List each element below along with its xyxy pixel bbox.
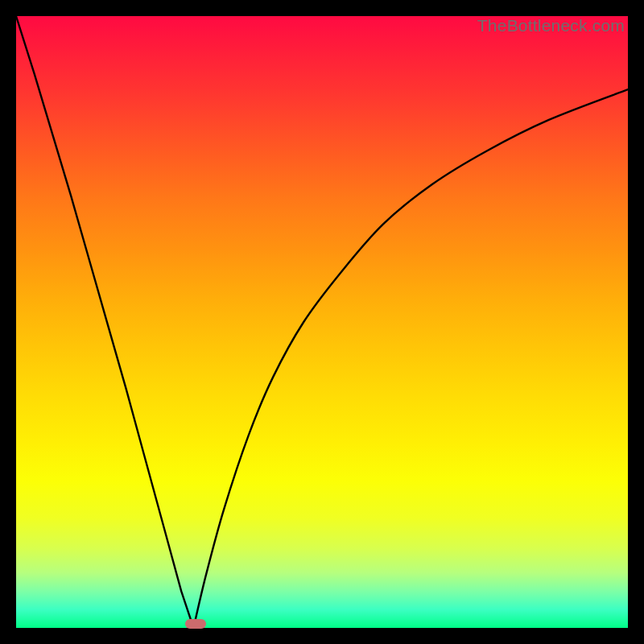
minimum-marker — [185, 619, 206, 629]
bottleneck-curve — [16, 16, 628, 628]
chart-frame: TheBottleneck.com — [16, 16, 628, 628]
